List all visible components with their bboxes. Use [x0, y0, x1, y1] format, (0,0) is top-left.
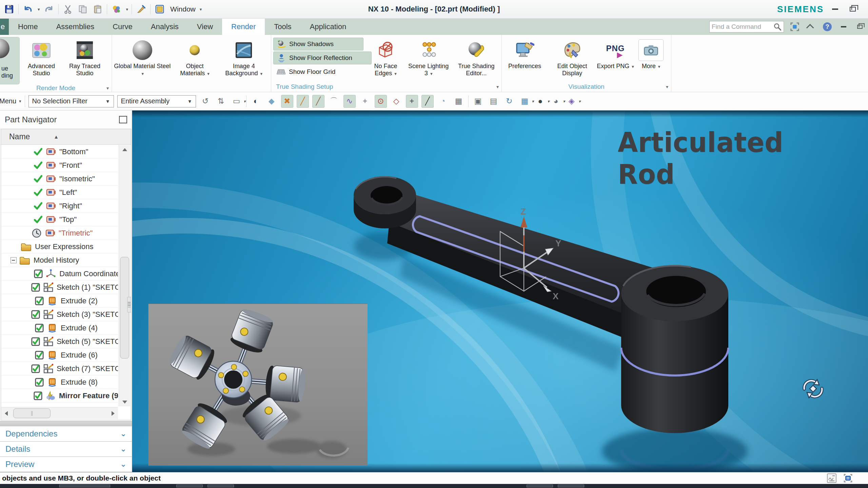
refresh-orbit-button[interactable]: ↻ [503, 95, 515, 108]
checkbox-checked-icon[interactable] [31, 283, 40, 292]
tree-row-view-top[interactable]: "Top" [1, 213, 118, 226]
show-shadows-toggle[interactable]: Show Shadows [273, 38, 363, 50]
fit-view-button[interactable] [789, 21, 800, 32]
annotation-notes-icon[interactable] [827, 473, 837, 483]
export-png-button[interactable]: PNG ▶ Export PNG ▾ [597, 37, 634, 70]
orient-sphere-button[interactable]: ●▾ [534, 95, 547, 108]
datum-axis-button[interactable]: + [359, 95, 371, 108]
shaded-cube-button[interactable]: ◆ [265, 95, 278, 108]
tab-curve[interactable]: Curve [103, 19, 142, 35]
cut-button[interactable] [62, 3, 74, 15]
scroll-right-button[interactable] [108, 407, 118, 419]
edit-object-display-button[interactable]: Edit Object Display [548, 37, 597, 77]
show-floor-reflection-toggle[interactable]: Show Floor Reflection [273, 52, 372, 64]
section-view-button[interactable]: ◐ [250, 95, 262, 108]
object-materials-button[interactable]: Object Materials ▾ [173, 37, 217, 77]
window-menu-caret[interactable]: ▾ [200, 7, 202, 12]
sketch-line-button[interactable]: ╱ [297, 95, 309, 108]
save-button[interactable] [3, 3, 15, 15]
taskbar-button[interactable] [208, 485, 234, 487]
vertical-scrollbar[interactable] [119, 145, 130, 406]
show-floor-grid-toggle[interactable]: Show Floor Grid [273, 65, 363, 78]
move-handles-button[interactable]: ⇅ [215, 95, 227, 108]
tab-tools[interactable]: Tools [265, 19, 300, 35]
undo-dropdown-caret[interactable]: ▾ [38, 7, 40, 12]
tree-row-extrude-2[interactable]: Extrude (2) [1, 294, 118, 308]
layout-grid-button[interactable]: ▦▾ [519, 95, 531, 108]
scroll-up-button[interactable] [119, 145, 130, 154]
name-column-header[interactable]: Name ▲ [1, 129, 131, 145]
taskbar-button[interactable] [558, 485, 584, 487]
circle-center-button[interactable]: ⊙ [375, 95, 387, 108]
undo-button[interactable] [22, 3, 34, 15]
tab-render[interactable]: Render [222, 19, 265, 35]
horizontal-scroll-thumb[interactable] [13, 408, 51, 418]
tab-application[interactable]: Application [301, 19, 356, 35]
tree-row-sketch-7[interactable]: Sketch (7) "SKETCH [1, 362, 118, 375]
tree-row-view-trimetric[interactable]: "Trimetric" [1, 226, 118, 240]
checkbox-checked-icon[interactable] [34, 269, 43, 278]
true-shading-button-partial[interactable]: ueding [0, 37, 20, 84]
minimize-ribbon-button[interactable] [806, 21, 816, 32]
tree-row-model-history[interactable]: Model History [1, 253, 118, 267]
help-button[interactable]: ? [822, 21, 833, 32]
group-dialog-caret[interactable]: ▾ [496, 84, 499, 89]
tab-home[interactable]: Home [9, 19, 47, 35]
tree-row-extrude-8[interactable]: Extrude (8) [1, 375, 118, 389]
snap-diamond-button[interactable]: ◈▾ [566, 95, 578, 108]
tree-row-view-right[interactable]: "Right" [1, 199, 118, 213]
checkbox-checked-icon[interactable] [34, 391, 42, 400]
tree-row-extrude-6[interactable]: Extrude (6) [1, 348, 118, 362]
render-style-caret[interactable]: ▾ [126, 7, 129, 12]
studio-spline-button[interactable]: ∿ [343, 95, 356, 108]
graphics-viewport[interactable]: Z Y X Articulated Rod [132, 110, 868, 472]
preferences-button[interactable]: Preferences [502, 37, 548, 70]
checkbox-checked-icon[interactable] [35, 351, 44, 360]
window-menu-button[interactable] [154, 3, 165, 15]
line-tool-button[interactable]: ╱ [421, 95, 434, 108]
tree-row-view-bottom[interactable]: "Bottom" [1, 145, 118, 159]
tab-analysis[interactable]: Analysis [142, 19, 188, 35]
grid-table-button[interactable]: ▦ [453, 95, 465, 108]
tree-row-sketch-5[interactable]: Sketch (5) "SKETCH [1, 335, 118, 348]
tree-row-datum-coordinate[interactable]: Datum Coordinate [1, 267, 118, 281]
minimize-document-button[interactable] [838, 21, 849, 32]
details-section[interactable]: Details⌄ [0, 442, 132, 457]
window-zoom-button[interactable]: ▣ [472, 95, 484, 108]
undock-panel-button[interactable] [119, 116, 127, 123]
scroll-left-button[interactable] [1, 407, 11, 419]
tab-assemblies[interactable]: Assemblies [47, 19, 103, 35]
ray-traced-studio-button[interactable]: Ray Traced Studio [63, 37, 106, 77]
tab-view[interactable]: View [188, 19, 222, 35]
plus-tool-button[interactable]: + [406, 95, 418, 108]
restore-document-button[interactable] [855, 22, 864, 31]
no-face-edges-button[interactable]: No Face Edges ▾ [366, 37, 406, 77]
checkbox-checked-icon[interactable] [31, 337, 40, 346]
tree-row-sketch-3[interactable]: Sketch (3) "SKETCH [1, 308, 118, 321]
window-menu-label[interactable]: Window [170, 5, 196, 13]
global-material-button[interactable]: Global Material Steel ▾ [112, 37, 173, 77]
find-command-input[interactable] [712, 23, 773, 30]
tree-row-view-isometric[interactable]: "Isometric" [1, 172, 118, 186]
selection-scope-dropdown[interactable]: Entire Assembly▼ [117, 95, 196, 107]
dependencies-section[interactable]: Dependencies⌄ [0, 426, 132, 442]
more-button[interactable]: More ▾ [634, 37, 668, 70]
checkbox-checked-icon[interactable] [35, 324, 44, 332]
tree-row-mirror-feature-9[interactable]: Mirror Feature (9) [1, 389, 118, 403]
clip-region-icon[interactable] [843, 473, 853, 483]
rotate-reposition-button[interactable]: ↺ [199, 95, 212, 108]
redo-button[interactable] [43, 3, 55, 15]
paste-button[interactable] [92, 3, 103, 15]
snap-point-button[interactable]: ✖ [281, 95, 293, 108]
advanced-studio-button[interactable]: Advanced Studio [20, 37, 63, 77]
brush-button[interactable] [135, 3, 147, 15]
scene-lighting-button[interactable]: Scene Lighting 3 ▾ [406, 37, 451, 77]
checkbox-checked-icon[interactable] [31, 310, 40, 319]
tree-row-view-front[interactable]: "Front" [1, 159, 118, 172]
restore-window-button[interactable] [847, 5, 859, 14]
panel-divider[interactable] [0, 421, 132, 426]
tree-row-user-expressions[interactable]: User Expressions [1, 240, 118, 253]
taskbar-button[interactable] [59, 485, 110, 487]
image-background-button[interactable]: Image 4 Background ▾ [217, 37, 271, 77]
tree-row-view-left[interactable]: "Left" [1, 186, 118, 199]
